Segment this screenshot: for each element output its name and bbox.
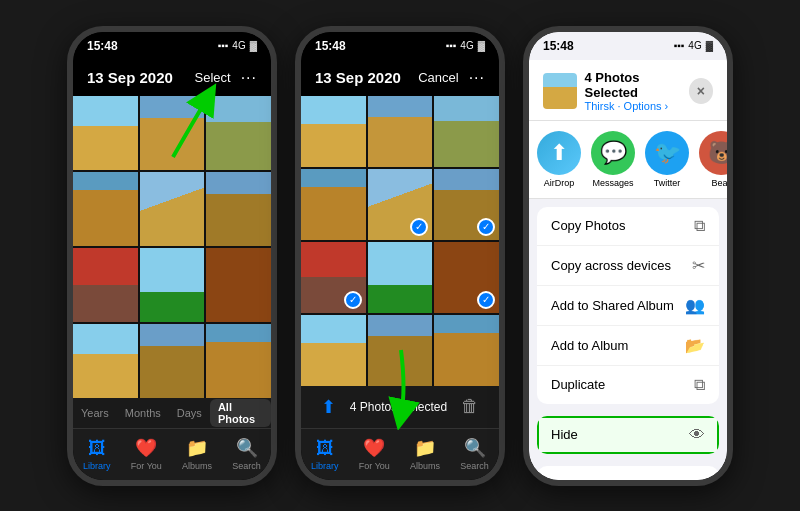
- phone-2: 15:48 ▪▪▪ 4G ▓ 13 Sep 2020 Cancel ··· ✓ …: [295, 26, 505, 486]
- tab-search[interactable]: 🔍 Search: [232, 437, 261, 471]
- battery-icon-2: ▓: [478, 40, 485, 51]
- grid-cell-12[interactable]: [206, 324, 271, 398]
- app-airdrop[interactable]: ⬆ AirDrop: [537, 131, 581, 188]
- copy-photos-icon: ⧉: [694, 217, 705, 235]
- add-shared-icon: 👥: [685, 296, 705, 315]
- share-sub[interactable]: Thirsk · Options ›: [585, 100, 689, 112]
- messages-label: Messages: [592, 178, 633, 188]
- grid-cell-2-10[interactable]: [301, 315, 366, 386]
- twitter-icon: 🐦: [645, 131, 689, 175]
- grid-cell-1[interactable]: [73, 96, 138, 170]
- share-header-info: 4 Photos Selected Thirsk · Options ›: [585, 70, 689, 112]
- top-bar-actions-2: Cancel ···: [418, 69, 485, 87]
- tab-library[interactable]: 🖼 Library: [83, 438, 111, 471]
- grid-cell-10[interactable]: [73, 324, 138, 398]
- grid-cell-3[interactable]: [206, 96, 271, 170]
- tab-search-label-2: Search: [460, 461, 489, 471]
- copy-photos-label: Copy Photos: [551, 218, 625, 233]
- status-time-1: 15:48: [87, 39, 118, 53]
- tab-albums[interactable]: 📁 Albums: [182, 437, 212, 471]
- grid-cell-2-11[interactable]: [368, 315, 433, 386]
- more-button-2[interactable]: ···: [469, 69, 485, 87]
- status-bar-3: 15:48 ▪▪▪ 4G ▓: [529, 32, 727, 60]
- grid-cell-4[interactable]: [73, 172, 138, 246]
- status-bar-1: 15:48 ▪▪▪ 4G ▓: [73, 32, 271, 60]
- albums-icon: 📁: [186, 437, 208, 459]
- hide-label: Hide: [551, 427, 578, 442]
- share-thumbnail: [543, 73, 577, 109]
- grid-cell-2-7[interactable]: ✓: [301, 242, 366, 313]
- bear-label: Bear: [711, 178, 727, 188]
- add-shared-label: Add to Shared Album: [551, 298, 674, 313]
- share-icon[interactable]: ⬆: [321, 396, 336, 418]
- grid-cell-2-1[interactable]: [301, 96, 366, 167]
- tab-library-2[interactable]: 🖼 Library: [311, 438, 339, 471]
- filter-years[interactable]: Years: [73, 405, 117, 421]
- add-album-label: Add to Album: [551, 338, 628, 353]
- status-icons-3: ▪▪▪ 4G ▓: [674, 40, 713, 51]
- grid-cell-2-9[interactable]: ✓: [434, 242, 499, 313]
- status-icons-2: ▪▪▪ 4G ▓: [446, 40, 485, 51]
- cancel-button-2[interactable]: Cancel: [418, 70, 458, 85]
- slideshow-label: Slideshow: [551, 478, 610, 480]
- selection-bar: ⬆ 4 Photos Selected 🗑: [301, 386, 499, 428]
- tab-search-label: Search: [232, 461, 261, 471]
- filter-months[interactable]: Months: [117, 405, 169, 421]
- tab-library-label-2: Library: [311, 461, 339, 471]
- wifi-icon-2: 4G: [460, 40, 473, 51]
- library-icon: 🖼: [88, 438, 106, 459]
- menu-add-shared[interactable]: Add to Shared Album 👥: [537, 286, 719, 326]
- share-menu-list: Copy Photos ⧉ Copy across devices ✂ Add …: [529, 199, 727, 480]
- grid-cell-11[interactable]: [140, 324, 205, 398]
- slideshow-icon: ▶: [693, 476, 705, 480]
- tab-foryou-label-2: For You: [359, 461, 390, 471]
- tab-foryou-2[interactable]: ❤️ For You: [359, 437, 390, 471]
- copy-devices-icon: ✂: [692, 256, 705, 275]
- grid-cell-2-4[interactable]: [301, 169, 366, 240]
- grid-cell-9[interactable]: [206, 248, 271, 322]
- menu-copy-photos[interactable]: Copy Photos ⧉: [537, 207, 719, 246]
- grid-cell-2-2[interactable]: [368, 96, 433, 167]
- photo-grid-2: ✓ ✓ ✓ ✓: [301, 96, 499, 386]
- app-messages[interactable]: 💬 Messages: [591, 131, 635, 188]
- grid-cell-7[interactable]: [73, 248, 138, 322]
- filter-all-photos[interactable]: All Photos: [210, 399, 271, 427]
- grid-cell-2[interactable]: [140, 96, 205, 170]
- grid-cell-2-3[interactable]: [434, 96, 499, 167]
- grid-cell-2-8[interactable]: [368, 242, 433, 313]
- menu-copy-devices[interactable]: Copy across devices ✂: [537, 246, 719, 286]
- copy-devices-label: Copy across devices: [551, 258, 671, 273]
- close-button[interactable]: ×: [689, 78, 713, 104]
- grid-cell-5[interactable]: [140, 172, 205, 246]
- wifi-icon: 4G: [232, 40, 245, 51]
- menu-add-album[interactable]: Add to Album 📂: [537, 326, 719, 366]
- bottom-tabs-1: 🖼 Library ❤️ For You 📁 Albums 🔍 Search: [73, 428, 271, 480]
- menu-section-1: Copy Photos ⧉ Copy across devices ✂ Add …: [537, 207, 719, 404]
- airdrop-label: AirDrop: [544, 178, 575, 188]
- app-bear[interactable]: 🐻 Bear: [699, 131, 727, 188]
- search-icon: 🔍: [236, 437, 258, 459]
- grid-cell-2-6[interactable]: ✓: [434, 169, 499, 240]
- check-badge-5: ✓: [410, 218, 428, 236]
- grid-cell-2-5[interactable]: ✓: [368, 169, 433, 240]
- tab-foryou-label: For You: [131, 461, 162, 471]
- grid-cell-8[interactable]: [140, 248, 205, 322]
- trash-icon[interactable]: 🗑: [461, 396, 479, 417]
- menu-duplicate[interactable]: Duplicate ⧉: [537, 366, 719, 404]
- tab-foryou[interactable]: ❤️ For You: [131, 437, 162, 471]
- filter-days[interactable]: Days: [169, 405, 210, 421]
- tab-albums-2[interactable]: 📁 Albums: [410, 437, 440, 471]
- grid-cell-6[interactable]: [206, 172, 271, 246]
- tab-albums-label: Albums: [182, 461, 212, 471]
- phone-1: 15:48 ▪▪▪ 4G ▓ 13 Sep 2020 Select ···: [67, 26, 277, 486]
- bear-icon: 🐻: [699, 131, 727, 175]
- menu-hide[interactable]: Hide 👁: [537, 416, 719, 454]
- menu-slideshow[interactable]: Slideshow ▶: [537, 466, 719, 480]
- tab-search-2[interactable]: 🔍 Search: [460, 437, 489, 471]
- twitter-label: Twitter: [654, 178, 681, 188]
- more-button-1[interactable]: ···: [241, 69, 257, 87]
- select-button-1[interactable]: Select: [195, 70, 231, 85]
- foryou-icon: ❤️: [135, 437, 157, 459]
- app-twitter[interactable]: 🐦 Twitter: [645, 131, 689, 188]
- grid-cell-2-12[interactable]: [434, 315, 499, 386]
